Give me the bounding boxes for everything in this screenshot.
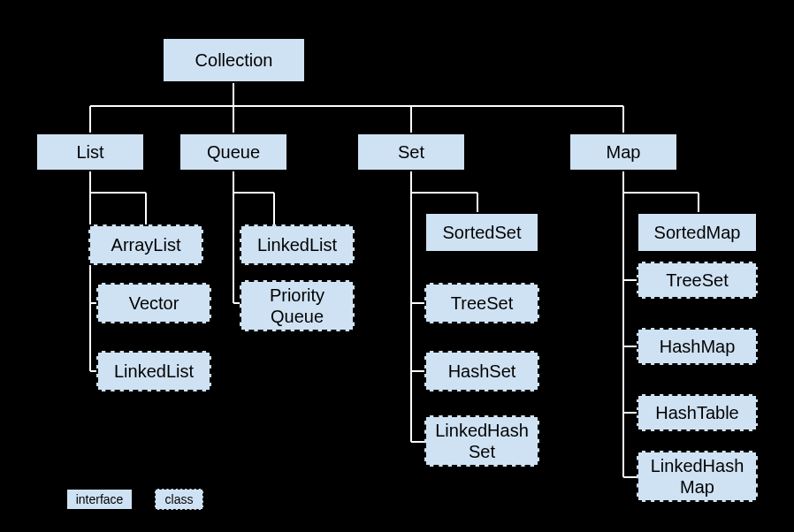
node-priorityqueue: Priority Queue (240, 280, 355, 331)
node-linkedhashset: LinkedHash Set (424, 415, 539, 467)
node-hashtable: HashTable (637, 394, 758, 431)
legend-label: class (165, 492, 194, 506)
node-linkedhashmap: LinkedHash Map (637, 451, 758, 502)
node-label: LinkedList (257, 234, 337, 255)
node-hashmap: HashMap (637, 328, 758, 365)
node-label: HashTable (655, 402, 739, 423)
node-vector: Vector (96, 283, 211, 323)
node-label: Map (607, 141, 641, 163)
node-label: Priority Queue (270, 285, 324, 327)
node-label: Collection (195, 49, 273, 71)
node-label: Set (398, 141, 424, 163)
node-map: Map (569, 133, 678, 171)
node-label: LinkedHash Map (651, 455, 744, 498)
node-treeset-map: TreeSet (637, 262, 758, 299)
node-arraylist: ArrayList (88, 224, 203, 265)
node-label: ArrayList (111, 234, 181, 255)
node-label: Queue (207, 141, 260, 163)
legend-class: class (155, 489, 203, 510)
node-queue: Queue (179, 133, 288, 171)
node-collection: Collection (162, 37, 306, 83)
node-linkedlist-list: LinkedList (96, 351, 211, 391)
node-label: LinkedHash Set (435, 420, 529, 462)
node-sortedset: SortedSet (424, 212, 539, 253)
node-label: SortedSet (443, 222, 522, 243)
legend-interface: interface (66, 489, 133, 510)
node-linkedlist-queue: LinkedList (240, 224, 355, 265)
node-sortedmap: SortedMap (637, 212, 758, 253)
node-label: HashSet (448, 361, 516, 382)
legend-label: interface (76, 492, 124, 506)
node-label: List (76, 141, 103, 163)
node-hashset: HashSet (424, 351, 539, 391)
node-label: SortedMap (654, 222, 741, 243)
node-list: List (35, 133, 145, 171)
node-set: Set (356, 133, 466, 171)
node-label: LinkedList (114, 361, 194, 382)
node-label: TreeSet (666, 270, 728, 291)
node-treeset-set: TreeSet (424, 283, 539, 323)
node-label: TreeSet (451, 293, 513, 314)
node-label: HashMap (660, 336, 736, 357)
node-label: Vector (129, 293, 179, 314)
